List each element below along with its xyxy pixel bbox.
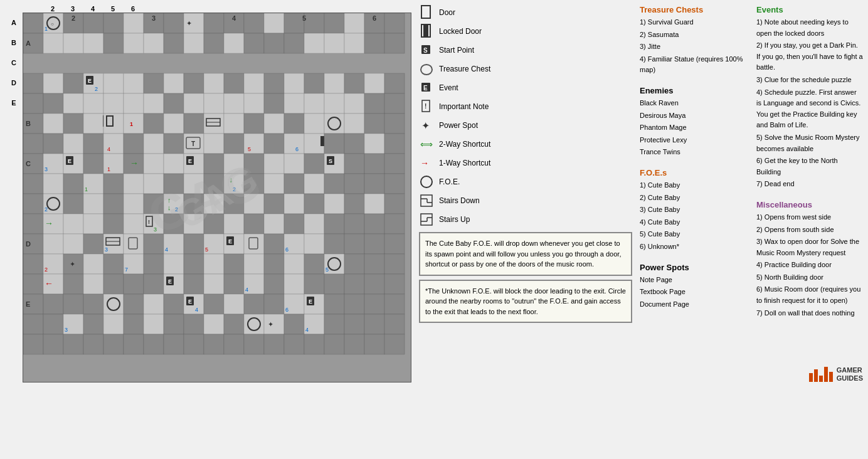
right-col-right: Events 1) Note about needing keys to ope… xyxy=(756,5,863,320)
svg-rect-208 xyxy=(23,214,43,234)
event-7: 7) Dead end xyxy=(756,179,863,190)
foe-2: 2) Cute Baby xyxy=(640,193,746,204)
svg-rect-131 xyxy=(344,134,364,154)
svg-text:E: E xyxy=(26,300,30,308)
misc-4: 4) Practice Building door xyxy=(756,260,863,271)
svg-rect-29 xyxy=(124,33,144,53)
row-label-a: A xyxy=(5,13,23,33)
svg-text:5: 5 xyxy=(248,146,251,152)
svg-rect-256 xyxy=(324,234,344,254)
svg-rect-363 xyxy=(164,334,184,354)
svg-rect-297 xyxy=(224,274,244,294)
svg-rect-224 xyxy=(264,214,284,234)
misc-6: 6) Music Room door (requires you to fini… xyxy=(756,284,863,306)
legend-important-label: Important Note xyxy=(439,102,489,111)
info-box-2-text: *The Unknown F.O.E. will block the door … xyxy=(425,287,626,315)
gg-line1: GAMER xyxy=(837,366,863,374)
svg-text:4: 4 xyxy=(195,307,198,313)
legend-event: E Event xyxy=(419,80,632,95)
enemy-1: Black Raven xyxy=(640,98,746,109)
svg-rect-189 xyxy=(83,194,103,214)
svg-rect-289 xyxy=(103,274,124,294)
svg-text:E: E xyxy=(88,78,92,84)
svg-rect-304 xyxy=(344,274,364,294)
svg-rect-314 xyxy=(144,294,164,314)
legend-stairs-down-label: Stairs Down xyxy=(439,196,480,205)
svg-text:3: 3 xyxy=(105,246,108,253)
svg-rect-132 xyxy=(364,134,384,154)
col-header-spacer xyxy=(23,5,43,13)
svg-rect-180 xyxy=(324,174,344,194)
treasure-chest-icon xyxy=(419,61,434,76)
svg-text:✦: ✦ xyxy=(421,120,430,131)
svg-rect-211 xyxy=(63,214,83,234)
svg-rect-161 xyxy=(384,154,405,174)
svg-rect-20 xyxy=(324,13,344,33)
svg-rect-113 xyxy=(103,134,124,154)
svg-rect-41 xyxy=(364,33,384,53)
enemies-title: Enemies xyxy=(640,86,746,95)
svg-rect-347 xyxy=(264,314,284,334)
svg-rect-313 xyxy=(124,294,144,314)
svg-rect-62 xyxy=(344,73,364,93)
svg-rect-301 xyxy=(284,274,304,294)
svg-rect-179 xyxy=(304,174,324,194)
svg-text:S: S xyxy=(423,47,428,54)
gg-bar-2 xyxy=(814,369,818,382)
svg-rect-274 xyxy=(244,254,264,274)
svg-rect-190 xyxy=(103,194,124,214)
svg-rect-1 xyxy=(23,13,43,33)
event-6: 6) Get the key to the North Building xyxy=(756,156,863,177)
svg-rect-228 xyxy=(344,214,364,234)
svg-rect-212 xyxy=(83,214,103,234)
svg-rect-275 xyxy=(264,254,284,274)
svg-rect-323 xyxy=(264,294,284,314)
svg-rect-107 xyxy=(364,113,384,134)
svg-rect-373 xyxy=(364,334,384,354)
treasure-item-4: 4) Familiar Statue (requires 100% map) xyxy=(640,54,746,76)
svg-rect-342 xyxy=(184,314,204,334)
svg-rect-260 xyxy=(23,254,43,274)
svg-text:1: 1 xyxy=(130,121,133,127)
svg-rect-309 xyxy=(63,294,83,314)
svg-text:6: 6 xyxy=(285,246,288,253)
svg-text:T: T xyxy=(191,140,195,147)
svg-rect-44 xyxy=(43,73,63,93)
svg-rect-39 xyxy=(324,33,344,53)
gg-bar-3 xyxy=(819,376,823,382)
legend-foe: F.O.E. xyxy=(419,174,632,189)
svg-text:D: D xyxy=(26,240,31,248)
svg-rect-281 xyxy=(344,254,364,274)
legend-power-label: Power Spot xyxy=(439,121,478,130)
svg-rect-133 xyxy=(384,134,405,154)
legend-stairs-down: Stairs Down xyxy=(419,193,632,208)
svg-rect-404 xyxy=(421,214,432,225)
svg-rect-272 xyxy=(204,254,224,274)
svg-text:5: 5 xyxy=(302,14,306,22)
legend-stairs-up: Stairs Up xyxy=(419,212,632,227)
treasure-chests-list: 1) Survival Guard 2) Sasumata 3) Jitte 4… xyxy=(640,17,746,76)
svg-rect-364 xyxy=(184,334,204,354)
svg-text:2: 2 xyxy=(95,86,98,92)
row-label-c: C xyxy=(5,53,23,73)
svg-rect-66 xyxy=(43,93,63,113)
door-icon xyxy=(419,5,434,20)
svg-rect-356 xyxy=(23,334,43,354)
map-rows: A B C D E GAG xyxy=(5,13,411,382)
svg-rect-244 xyxy=(184,234,204,254)
svg-rect-160 xyxy=(364,154,384,174)
svg-rect-305 xyxy=(364,274,384,294)
svg-rect-153 xyxy=(264,154,284,174)
svg-rect-182 xyxy=(364,174,384,194)
svg-rect-101 xyxy=(264,113,284,134)
legend-section: Door Locked Door S Start Point Treasure … xyxy=(419,5,632,382)
svg-rect-168 xyxy=(124,174,144,194)
svg-text:→: → xyxy=(45,218,53,228)
legend-locked-door: Locked Door xyxy=(419,24,632,39)
svg-rect-223 xyxy=(244,214,264,234)
svg-rect-334 xyxy=(43,314,63,334)
svg-rect-60 xyxy=(304,73,324,93)
svg-rect-330 xyxy=(344,294,364,314)
svg-text:1: 1 xyxy=(107,166,110,172)
gg-text: GAMER GUIDES xyxy=(837,366,863,382)
